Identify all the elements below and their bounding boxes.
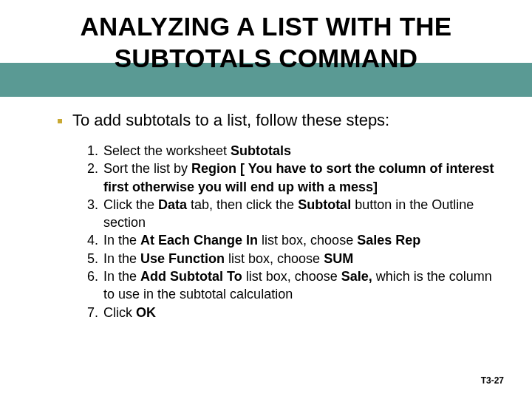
- list-item: Click OK: [87, 304, 501, 321]
- list-item: Click the Data tab, then click the Subto…: [87, 196, 501, 232]
- lead-bullet: To add subtotals to a list, follow these…: [58, 111, 501, 130]
- slide: ANALYZING A LIST WITH THE SUBTOTALS COMM…: [0, 0, 532, 399]
- lead-text: To add subtotals to a list, follow these…: [72, 111, 389, 129]
- list-item: In the Add Subtotal To list box, choose …: [87, 267, 501, 304]
- list-item: Sort the list by Region [ You have to so…: [87, 160, 501, 196]
- title-line-1: ANALYZING A LIST WITH THE: [81, 12, 452, 41]
- list-item: In the Use Function list box, choose SUM: [87, 250, 501, 267]
- slide-number: T3-27: [481, 375, 504, 386]
- list-item: In the At Each Change In list box, choos…: [87, 231, 501, 249]
- list-item: Select the worksheet Subtotals: [87, 142, 501, 160]
- steps-list: Select the worksheet Subtotals Sort the …: [87, 142, 501, 321]
- title-line-2: SUBTOTALS COMMAND: [115, 44, 417, 72]
- bullet-icon: [58, 119, 62, 123]
- slide-content: To add subtotals to a list, follow these…: [58, 111, 501, 321]
- slide-title: ANALYZING A LIST WITH THE SUBTOTALS COMM…: [0, 10, 532, 74]
